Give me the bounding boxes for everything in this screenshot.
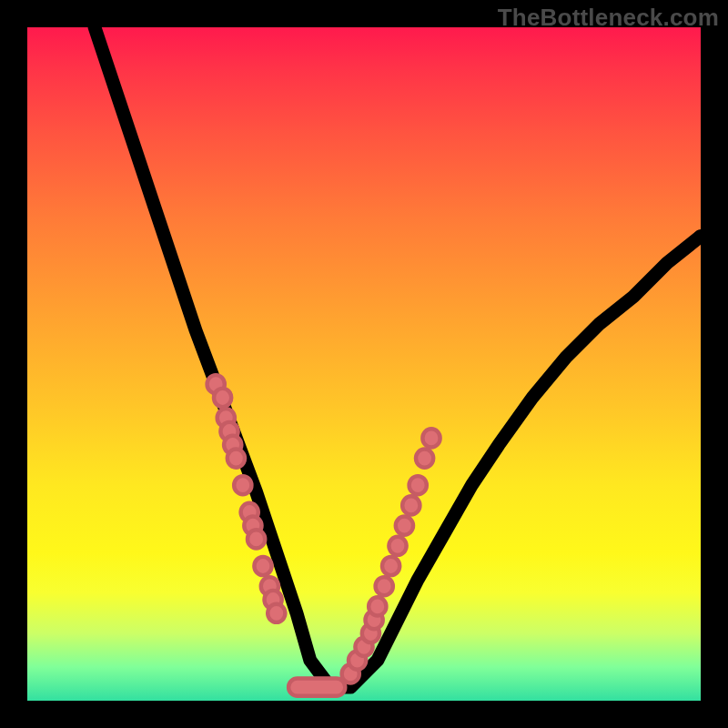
data-marker: [410, 476, 427, 494]
data-marker: [234, 476, 251, 494]
data-marker: [214, 389, 231, 407]
data-marker: [268, 604, 285, 622]
data-marker: [228, 449, 245, 467]
data-marker: [254, 557, 271, 575]
bottleneck-curve: [95, 27, 701, 687]
data-marker: [396, 516, 413, 534]
left-marker-cluster: [207, 375, 286, 622]
data-marker: [402, 496, 420, 514]
data-marker: [369, 597, 386, 615]
data-marker: [376, 577, 393, 595]
data-marker: [248, 530, 265, 548]
data-marker: [389, 537, 406, 555]
floor-marker-cluster: [288, 679, 345, 696]
floor-pill: [288, 679, 345, 696]
data-marker: [416, 449, 433, 467]
chart-svg: [27, 27, 701, 701]
data-marker: [422, 429, 440, 447]
data-marker: [382, 557, 399, 575]
